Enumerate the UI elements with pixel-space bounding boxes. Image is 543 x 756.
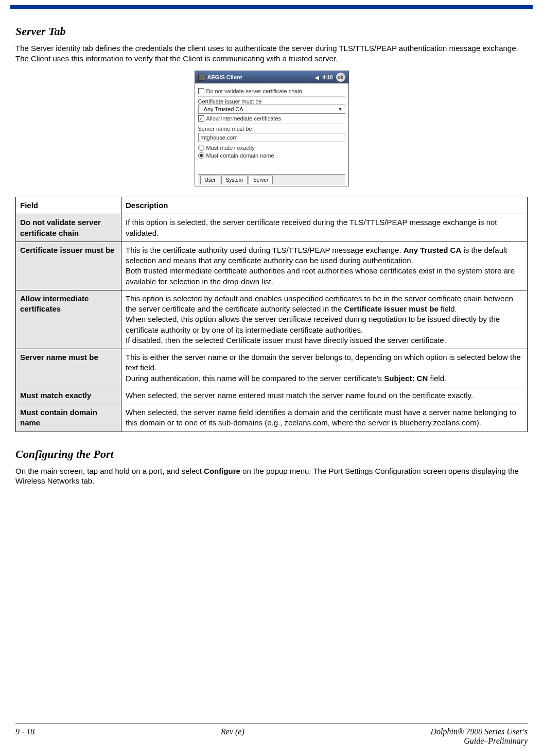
desc-segment: This is either the server name or the do… (126, 353, 523, 383)
radio-match-exactly[interactable] (198, 145, 204, 151)
heading-server-tab: Server Tab (15, 25, 528, 38)
tab-user[interactable]: User (200, 176, 220, 184)
clock-text: 4:10 (322, 75, 332, 80)
description-cell: This is either the server name or the do… (121, 349, 528, 387)
description-cell: When selected, the server name entered m… (121, 387, 528, 404)
field-cell: Certificate issuer must be (16, 242, 121, 290)
table-row: Certificate issuer must beThis is the ce… (16, 242, 528, 290)
footer-revision: Rev (e) (221, 727, 244, 746)
window-body: Do not validate server certificate chain… (195, 83, 348, 186)
desc-segment: When selected, the server name entered m… (126, 391, 473, 400)
field-cell: Must contain domain name (16, 404, 121, 432)
label-do-not-validate: Do not validate server certificate chain (206, 88, 302, 94)
label-contain-domain: Must contain domain name (206, 152, 274, 159)
footer-page-number: 9 - 18 (15, 727, 34, 746)
window-titlebar: AEGIS Client ◀ 4:10 ok (195, 71, 348, 83)
table-row: Server name must beThis is either the se… (16, 349, 528, 387)
input-server-name[interactable] (198, 133, 345, 142)
select-cert-issuer[interactable]: - Any Trusted CA - ▼ (198, 105, 345, 114)
checkbox-allow-intermediate[interactable]: ✓ (198, 115, 204, 122)
label-match-exactly: Must match exactly (206, 145, 255, 151)
chevron-down-icon: ▼ (338, 107, 343, 112)
footer-title-line1: Dolphin® 7900 Series User's (431, 727, 528, 736)
description-cell: This is the certificate authority used d… (121, 242, 528, 290)
field-cell: Server name must be (16, 349, 121, 387)
footer-guide-title: Dolphin® 7900 Series User's Guide–Prelim… (431, 727, 528, 746)
label-cert-issuer: Certificate issuer must be (198, 98, 345, 105)
page-content: Server Tab The Server identity tab defin… (0, 9, 543, 486)
page-footer: 9 - 18 Rev (e) Dolphin® 7900 Series User… (15, 724, 528, 746)
header-field: Field (16, 197, 121, 214)
description-cell: If this option is selected, the server c… (121, 214, 528, 242)
field-cell: Allow intermediate certificates (16, 290, 121, 349)
table-row: Allow intermediate certificatesThis opti… (16, 290, 528, 349)
label-allow-intermediate: Allow intermediate certificates (206, 115, 282, 122)
description-cell: When selected, the server name field ide… (121, 404, 528, 432)
top-accent-bar (10, 5, 533, 9)
signal-icon: ◀ (315, 75, 319, 80)
table-row: Do not validate server certificate chain… (16, 214, 528, 242)
window-title: AEGIS Client (207, 74, 242, 80)
desc-bold-segment: Certificate issuer must be (344, 304, 438, 313)
table-row: Must match exactlyWhen selected, the ser… (16, 387, 528, 404)
field-description-table: FieldDescriptionDo not validate server c… (15, 197, 528, 432)
app-icon (198, 74, 205, 81)
label-server-name: Server name must be (198, 126, 345, 132)
ok-button[interactable]: ok (336, 73, 345, 82)
desc-segment: This is the certificate authority used d… (126, 246, 404, 254)
checkbox-do-not-validate[interactable] (198, 88, 204, 94)
field-cell: Must match exactly (16, 387, 121, 404)
desc-segment: When selected, the server name field ide… (126, 408, 518, 427)
server-tab-intro: The Server identity tab defines the cred… (15, 43, 528, 63)
heading-configuring-port: Configuring the Port (15, 448, 528, 461)
table-header-row: FieldDescription (16, 197, 528, 214)
footer-title-line2: Guide–Preliminary (464, 736, 528, 745)
select-cert-issuer-value: - Any Trusted CA - (201, 106, 247, 112)
tab-system[interactable]: System (221, 176, 248, 184)
table-row: Must contain domain nameWhen selected, t… (16, 404, 528, 432)
configuring-port-paragraph: On the main screen, tap and hold on a po… (15, 466, 528, 486)
desc-bold-segment: Any Trusted CA (404, 246, 462, 254)
tab-bar: User System Server (198, 174, 345, 185)
radio-contain-domain[interactable] (198, 152, 204, 159)
text-segment: On the main screen, tap and hold on a po… (15, 467, 204, 475)
field-cell: Do not validate server certificate chain (16, 214, 121, 242)
aegis-client-window: AEGIS Client ◀ 4:10 ok Do not validate s… (195, 71, 349, 186)
tab-server[interactable]: Server (249, 176, 273, 184)
embedded-screenshot: AEGIS Client ◀ 4:10 ok Do not validate s… (15, 71, 528, 186)
desc-segment: If this option is selected, the server c… (126, 218, 499, 237)
text-bold-configure: Configure (204, 467, 240, 475)
desc-bold-segment: Subject: CN (384, 374, 428, 383)
header-description: Description (121, 197, 528, 214)
desc-segment: field. (428, 374, 446, 383)
description-cell: This option is selected by default and e… (121, 290, 528, 349)
